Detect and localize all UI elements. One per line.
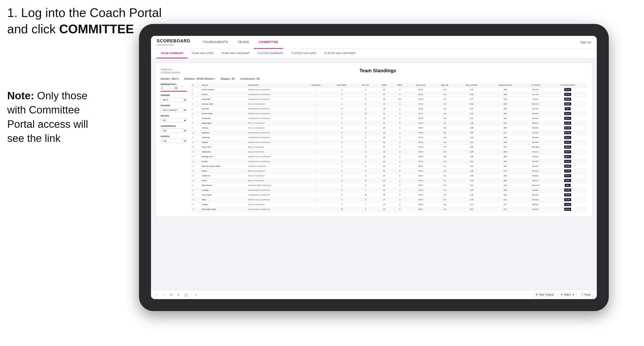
cell-conf-rank: 1: [328, 102, 355, 107]
cell-wins: 1: [392, 107, 408, 111]
sign-out-button[interactable]: Sign out: [579, 41, 591, 44]
gender-select[interactable]: Men's Women's: [160, 98, 187, 102]
nav-teams[interactable]: TEAMS: [233, 36, 254, 49]
sub-nav-team-h2h-heatmap[interactable]: TEAM H2H HEATMAP: [218, 49, 254, 58]
toolbar-forward-icon[interactable]: →: [162, 293, 166, 297]
table-row: 4 Arizona State Pac-12 Conference — 1 9 …: [191, 102, 587, 107]
table-row: 5 Ole Miss Southeastern Conference — 3 6…: [191, 107, 587, 111]
cell-overall: 268: [488, 135, 523, 140]
min-rounds-slider[interactable]: [160, 91, 187, 92]
th-rank: #: [191, 83, 200, 87]
cell-vs-top50: 60.57: [548, 140, 587, 145]
sub-nav-player-h2h-grid[interactable]: PLAYER H2H GRID: [287, 49, 320, 58]
cell-conf-rank: 4: [328, 173, 355, 178]
division-select[interactable]: NCAA Division I NCAA Division II NCAA Di…: [160, 108, 187, 112]
sub-nav-team-summary[interactable]: TEAM SUMMARY: [157, 49, 188, 58]
watch-icon: 👁: [561, 293, 563, 296]
table-row: 7 Tennessee Southeastern Conference — 4 …: [191, 116, 587, 121]
cell-school: New Mexico: [200, 183, 247, 188]
cell-vs-top50: 46.1: [548, 183, 587, 188]
cell-vs-top25: 96-29-2: [523, 111, 548, 116]
cell-school: Ole Miss: [200, 107, 247, 111]
sub-nav-team-h2h-grid[interactable]: TEAM H2H GRID: [188, 49, 218, 58]
region-select[interactable]: N/A All: [160, 118, 187, 123]
cell-rank: 17: [191, 164, 200, 169]
table-header: # School Conference Reg Rank Conf Rank N…: [191, 83, 587, 87]
cell-rank: 14: [191, 150, 200, 154]
filter-bar: Gender: Men's Division: NCAA Division I …: [160, 77, 587, 80]
cell-vs-top25: 104-40-3: [523, 145, 548, 150]
cell-no-tour: 9: [355, 159, 376, 164]
sub-nav-player-h2h-heatmap[interactable]: PLAYER H2H HEATMAP: [320, 49, 360, 58]
cell-reg-rank: —: [304, 154, 328, 159]
cell-overall: 265: [488, 154, 523, 159]
cell-conf-rank: 2: [328, 150, 355, 154]
cell-wins: 1: [392, 197, 408, 202]
share-button[interactable]: ⇧ Share: [579, 292, 593, 297]
cell-conf-rank: 10: [328, 207, 355, 212]
cell-rnds: 22: [376, 183, 392, 188]
cell-rank: 25: [191, 202, 200, 207]
cell-school: Mississippi State: [200, 207, 247, 212]
cell-no-tour: 9: [355, 145, 376, 150]
cell-school: Georgia: [200, 188, 247, 193]
cell-no-tour: 6: [355, 107, 376, 111]
nav-tournaments[interactable]: TOURNAMENTS: [198, 36, 233, 49]
th-no-tour: No Tour: [355, 83, 376, 87]
cell-wins: 6.2: [392, 97, 408, 102]
cell-adj-score: 279.8: [408, 178, 434, 183]
cell-avg-low: 1.98: [456, 121, 488, 126]
cell-conference: Southeastern Conference: [247, 97, 304, 102]
th-rnds: Rnds: [376, 83, 392, 87]
cell-vs-top25: 86-25-1: [523, 126, 548, 130]
toolbar-back-icon[interactable]: ←: [155, 293, 159, 297]
min-rounds-min-input[interactable]: [160, 86, 170, 90]
cell-overall: 217: [488, 130, 523, 135]
cell-reg-rank: —: [304, 130, 328, 135]
cell-rank: 22: [191, 188, 200, 193]
cell-conf-rank: 1: [328, 183, 355, 188]
toolbar-reload-icon[interactable]: ↻: [169, 293, 174, 297]
filter-region-value: All: [232, 77, 234, 80]
table-row: 1 North Carolina Atlantic Coast Conferen…: [191, 87, 587, 92]
note-bold: Note:: [7, 90, 34, 101]
toolbar-bookmark-icon[interactable]: ◯: [184, 293, 188, 297]
cell-overall: 221: [488, 197, 523, 202]
cell-vs-top50: 44.42: [548, 193, 587, 197]
cell-rnds: 27: [376, 197, 392, 202]
toolbar-clock-icon[interactable]: ○: [194, 293, 198, 297]
cell-adj-score: 279.7: [408, 183, 434, 188]
min-rounds-label: Minimum Rou...: [160, 83, 187, 85]
cell-conference: Pac-12 Conference: [247, 102, 304, 107]
watch-button[interactable]: 👁 Watch ▼: [559, 292, 576, 297]
cell-conference: Big 12 Conference: [247, 150, 304, 154]
filter-gender: Gender: Men's: [160, 77, 178, 80]
cell-overall: 271: [488, 202, 523, 207]
view-original-button[interactable]: 👁 View: Original: [534, 292, 556, 297]
gender-filter-label: Gender: [160, 94, 187, 96]
toolbar-share-small-icon[interactable]: ⇧: [176, 293, 181, 297]
conference-select[interactable]: (All): [160, 129, 187, 133]
cell-vs-top50: 44.54: [548, 188, 587, 193]
filter-division: Division: NCAA Division I: [184, 77, 215, 80]
cell-conference: Pac-12 Conference: [247, 202, 304, 207]
cell-vs-top25: 82-18-2: [523, 135, 548, 140]
cell-no-tour: 8: [355, 173, 376, 178]
cell-school: Florida: [200, 159, 247, 164]
cell-rnds: 26: [376, 97, 392, 102]
cell-conf-rank: 1: [328, 169, 355, 173]
school-filter-label: School: [160, 135, 187, 138]
cell-overall: 267: [488, 145, 523, 150]
nav-committee[interactable]: COMMITTEE: [254, 36, 283, 49]
sub-nav-player-summary[interactable]: PLAYER SUMMARY: [254, 49, 287, 58]
cell-avg-sg: -6.2: [434, 154, 456, 159]
cell-reg-rank: —: [304, 207, 328, 212]
school-select[interactable]: (All): [160, 139, 187, 143]
cell-overall: 268: [488, 126, 523, 130]
th-avg-sg: Avg. SG: [434, 83, 456, 87]
cell-overall: 267: [488, 164, 523, 169]
min-rounds-max-input[interactable]: [174, 86, 183, 90]
cell-rnds: 21: [376, 202, 392, 207]
cell-vs-top25: 83-15-0: [523, 140, 548, 145]
cell-vs-top50: 48.91: [548, 178, 587, 183]
